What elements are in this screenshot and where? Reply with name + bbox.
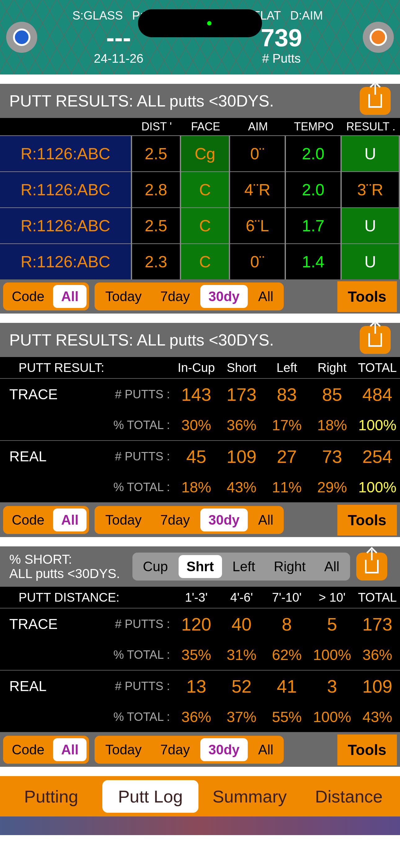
section2-head-label: PUTT RESULT: (0, 361, 174, 375)
col-aim: AIM (230, 120, 286, 133)
settings-gear-right-icon[interactable] (363, 22, 394, 53)
range-segment[interactable]: Today7day30dyAll (95, 506, 284, 534)
code-segment[interactable]: Code All (3, 282, 89, 310)
tab-putting[interactable]: Putting (3, 780, 99, 813)
section2-share-button[interactable] (360, 326, 391, 354)
tools-button[interactable]: Tools (337, 505, 397, 535)
range-today[interactable]: Today (97, 508, 149, 531)
section3-controls: Code All Today7day30dyAll Tools (0, 733, 400, 767)
section1-title-bar: PUTT RESULTS: ALL putts <30DYS. (0, 84, 400, 118)
tab-summary[interactable]: Summary (202, 780, 298, 813)
settings-gear-left-icon[interactable] (6, 22, 37, 53)
filter-shrt[interactable]: Shrt (178, 555, 222, 578)
section3-title-bar: % SHORT: ALL putts <30DYS. CupShrtLeftRi… (0, 547, 400, 587)
section3-title: % SHORT: ALL putts <30DYS. (9, 552, 120, 581)
stat-putts: 109 (355, 676, 400, 696)
stat-putts: 109 (219, 446, 264, 467)
stat-pct: 36% (174, 708, 219, 725)
col-face: FACE (181, 120, 230, 133)
header-tag-s: S:GLASS (72, 9, 123, 22)
range-30dy[interactable]: 30dy (200, 738, 247, 761)
range-7day[interactable]: 7day (152, 285, 198, 308)
stat-pct: 18% (309, 416, 355, 434)
stat-putts: 143 (174, 384, 219, 405)
range-all[interactable]: All (250, 738, 281, 761)
section3-share-button[interactable] (356, 553, 387, 581)
stat-pct: 100% (309, 646, 355, 663)
putts-label: # PUTTS : (84, 617, 174, 631)
table-row[interactable]: R:1126:ABC2.5C6¨L1.7U (0, 207, 400, 243)
table-row[interactable]: R:1126:ABC2.5Cg0¨2.0U (0, 135, 400, 172)
code-value[interactable]: All (53, 508, 87, 531)
cell-dist: 2.8 (132, 172, 181, 207)
table-row[interactable]: R:1126:ABC2.3C0¨1.4U (0, 243, 400, 279)
app-header: S:GLASS P:MID --- 24-11-26 M:FLAT D:AIM … (0, 0, 400, 74)
section2-column-header: PUTT RESULT: In-Cup Short Left Right TOT… (0, 357, 400, 379)
col-result: RESULT . (342, 120, 400, 133)
cell-aim: 0¨ (230, 136, 286, 172)
stat-pct: 100% (355, 479, 400, 496)
range-30dy[interactable]: 30dy (200, 508, 247, 531)
stat-pct: 43% (219, 479, 264, 496)
tab-distance[interactable]: Distance (301, 780, 397, 813)
range-7day[interactable]: 7day (152, 738, 198, 761)
stat-pct: 100% (309, 708, 355, 725)
code-segment[interactable]: Code All (3, 736, 89, 764)
stat-pct: 18% (174, 479, 219, 496)
stat-putts: 27 (264, 446, 309, 467)
stat-putts: 73 (309, 446, 355, 467)
pct-label: % TOTAL : (84, 710, 174, 724)
range-all[interactable]: All (250, 285, 281, 308)
code-label: Code (6, 289, 51, 304)
col-d4: > 10' (309, 590, 355, 604)
col-d1: 1'-3' (174, 590, 219, 604)
stats-group: TRACE# PUTTS :1204085173% TOTAL :35%31%6… (0, 609, 400, 671)
stat-putts: 120 (174, 614, 219, 634)
stats-group: TRACE# PUTTS :1431738385484% TOTAL :30%3… (0, 379, 400, 441)
header-putt-count: 739 (261, 26, 302, 50)
group-name: REAL (0, 448, 84, 465)
range-today[interactable]: Today (97, 285, 149, 308)
section2-title: PUTT RESULTS: ALL putts <30DYS. (9, 331, 360, 349)
section3-table-body: TRACE# PUTTS :1204085173% TOTAL :35%31%6… (0, 609, 400, 733)
share-icon (368, 94, 382, 108)
tools-button[interactable]: Tools (337, 281, 397, 312)
filter-right[interactable]: Right (266, 555, 314, 578)
filter-segment[interactable]: CupShrtLeftRightAll (132, 553, 350, 581)
stat-putts: 13 (174, 676, 219, 696)
cell-dist: 2.3 (132, 244, 181, 279)
range-today[interactable]: Today (97, 738, 149, 761)
range-segment[interactable]: Today7day30dyAll (95, 282, 284, 310)
col-tempo: TEMPO (286, 120, 342, 133)
cell-code: R:1126:ABC (0, 244, 132, 279)
filter-cup[interactable]: Cup (135, 555, 176, 578)
filter-all[interactable]: All (316, 555, 347, 578)
range-30dy[interactable]: 30dy (200, 285, 247, 308)
section1-share-button[interactable] (360, 87, 391, 115)
cell-result: U (342, 136, 400, 172)
share-icon (365, 560, 378, 574)
cell-code: R:1126:ABC (0, 208, 132, 243)
range-all[interactable]: All (250, 508, 281, 531)
code-value[interactable]: All (53, 285, 87, 308)
stat-putts: 3 (309, 676, 355, 696)
device-notch (138, 9, 262, 37)
stat-putts: 40 (219, 614, 264, 634)
stat-putts: 484 (355, 384, 400, 405)
pct-label: % TOTAL : (84, 418, 174, 432)
table-row[interactable]: R:1126:ABC2.8C4¨R2.03¨R (0, 172, 400, 207)
range-segment[interactable]: Today7day30dyAll (95, 736, 284, 764)
pct-label: % TOTAL : (84, 480, 174, 494)
stat-putts: 173 (355, 614, 400, 634)
stat-putts: 5 (309, 614, 355, 634)
col-dist: DIST ' (132, 120, 181, 133)
col-total: TOTAL (355, 361, 400, 375)
filter-left[interactable]: Left (225, 555, 263, 578)
code-segment[interactable]: Code All (3, 506, 89, 534)
code-value[interactable]: All (53, 738, 87, 761)
tools-button[interactable]: Tools (337, 735, 397, 765)
range-7day[interactable]: 7day (152, 508, 198, 531)
tab-putt-log[interactable]: Putt Log (102, 780, 198, 813)
code-label: Code (6, 512, 51, 528)
cell-aim: 0¨ (230, 244, 286, 279)
